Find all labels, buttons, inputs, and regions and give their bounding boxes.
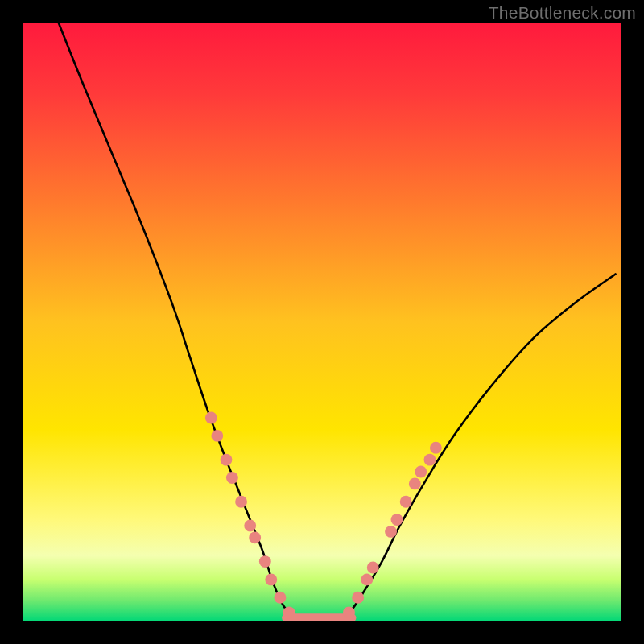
data-marker xyxy=(244,520,256,532)
data-marker xyxy=(361,573,373,585)
data-marker xyxy=(211,430,223,442)
data-marker xyxy=(283,606,295,618)
plot-area xyxy=(23,23,621,621)
chart-svg xyxy=(23,23,621,621)
data-marker xyxy=(367,562,379,574)
data-marker xyxy=(409,477,421,489)
watermark-text: TheBottleneck.com xyxy=(489,3,636,23)
data-marker xyxy=(400,496,412,508)
data-marker xyxy=(205,412,217,424)
data-marker xyxy=(249,531,261,543)
data-marker xyxy=(274,592,286,604)
data-marker xyxy=(259,555,271,568)
data-marker xyxy=(226,472,238,484)
chart-frame: TheBottleneck.com xyxy=(0,0,644,644)
data-marker xyxy=(423,454,436,466)
data-marker xyxy=(415,466,427,478)
gradient-background xyxy=(23,23,621,621)
data-marker xyxy=(385,526,397,538)
data-marker xyxy=(352,592,364,604)
data-marker xyxy=(265,573,277,585)
data-marker xyxy=(221,454,233,466)
data-marker xyxy=(343,606,355,618)
data-marker xyxy=(235,496,247,508)
data-marker xyxy=(391,514,403,526)
data-marker xyxy=(430,442,442,454)
